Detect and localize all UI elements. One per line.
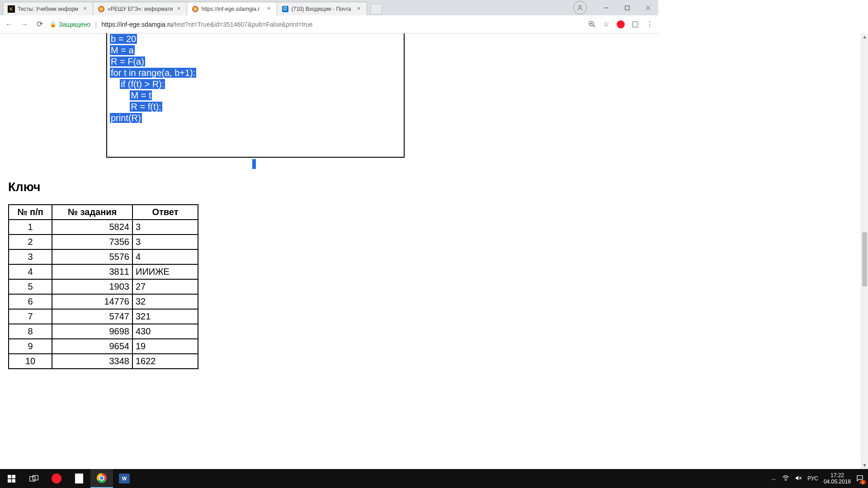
table-cell: 430 bbox=[132, 324, 198, 339]
table-row: 273563 bbox=[9, 235, 198, 249]
lock-icon: 🔒 bbox=[50, 21, 57, 28]
tab-title: «РЕШУ ЕГЭ»: информати bbox=[108, 6, 173, 12]
table-header: № п/п bbox=[9, 205, 52, 220]
favicon-k-icon: K bbox=[8, 5, 15, 13]
window-controls bbox=[573, 0, 658, 15]
browser-titlebar: K Тесты: Учебник информ × «РЕШУ ЕГЭ»: ин… bbox=[0, 0, 658, 15]
table-header: № задания bbox=[52, 205, 132, 220]
favicon-sun-icon bbox=[98, 5, 105, 13]
code-box: b = 20 M = a R = F(a) for t in range(a, … bbox=[106, 33, 405, 158]
window-maximize-button[interactable] bbox=[617, 1, 637, 14]
tab-title: (710) Входящие - Почта bbox=[292, 6, 353, 12]
close-icon[interactable]: × bbox=[82, 6, 88, 12]
nav-forward-button[interactable]: → bbox=[19, 19, 30, 30]
table-cell: 14776 bbox=[52, 294, 132, 309]
table-cell: 5747 bbox=[52, 309, 132, 324]
table-header: Ответ bbox=[132, 205, 198, 220]
answer-key-heading: Ключ bbox=[8, 180, 40, 194]
close-icon[interactable]: × bbox=[356, 6, 362, 12]
bookmark-star-icon[interactable]: ☆ bbox=[601, 19, 611, 29]
profile-avatar-icon[interactable] bbox=[573, 1, 587, 14]
zoom-icon[interactable] bbox=[587, 19, 597, 29]
table-cell: 3 bbox=[132, 235, 198, 249]
close-icon[interactable]: × bbox=[176, 6, 182, 12]
table-cell: 10 bbox=[9, 354, 52, 369]
table-row: 61477632 bbox=[9, 294, 198, 309]
window-minimize-button[interactable] bbox=[596, 1, 617, 14]
table-row: 355764 bbox=[9, 249, 198, 264]
url-input[interactable]: https://inf-ege.sdamgia.ru/test?nt=True&… bbox=[101, 21, 582, 28]
url-path: /test?nt=True&id=3514607&pub=False&print… bbox=[173, 21, 312, 28]
table-cell: 7 bbox=[9, 309, 52, 324]
secure-indicator[interactable]: 🔒 Защищено bbox=[50, 21, 90, 28]
browser-tabs: K Тесты: Учебник информ × «РЕШУ ЕГЭ»: ин… bbox=[0, 0, 382, 15]
table-cell: 321 bbox=[132, 309, 198, 324]
tab-title: Тесты: Учебник информ bbox=[18, 6, 79, 12]
table-cell: 32 bbox=[132, 294, 198, 309]
tab-1[interactable]: «РЕШУ ЕГЭ»: информати × bbox=[93, 2, 187, 15]
table-cell: 7356 bbox=[52, 235, 132, 249]
table-row: 158243 bbox=[9, 220, 198, 235]
table-cell: 4 bbox=[132, 249, 198, 264]
table-cell: 3811 bbox=[52, 264, 132, 279]
browser-menu-icon[interactable]: ⋮ bbox=[645, 19, 655, 29]
tab-title: https://inf-ege.sdamgia.r bbox=[202, 6, 263, 12]
table-cell: 8 bbox=[9, 324, 52, 339]
table-cell: 5 bbox=[9, 279, 52, 294]
tab-0[interactable]: K Тесты: Учебник информ × bbox=[3, 2, 93, 15]
table-cell: 9654 bbox=[52, 339, 132, 354]
table-cell: 5576 bbox=[52, 249, 132, 264]
table-cell: 1622 bbox=[132, 354, 198, 369]
svg-rect-9 bbox=[632, 22, 638, 27]
new-tab-button[interactable] bbox=[370, 4, 382, 14]
table-cell: 27 bbox=[132, 279, 198, 294]
table-cell: 1 bbox=[9, 220, 52, 235]
selection-caret bbox=[252, 159, 256, 169]
code-block[interactable]: b = 20 M = a R = F(a) for t in range(a, … bbox=[107, 33, 404, 124]
table-row: 1033481622 bbox=[9, 354, 198, 369]
table-cell: 3 bbox=[132, 220, 198, 235]
table-cell: 2 bbox=[9, 235, 52, 249]
secure-label: Защищено bbox=[59, 21, 90, 28]
table-cell: 6 bbox=[9, 294, 52, 309]
nav-reload-button[interactable]: ⟳ bbox=[34, 19, 45, 30]
tab-3[interactable]: (710) Входящие - Почта × bbox=[277, 2, 367, 15]
table-row: 9965419 bbox=[9, 339, 198, 354]
address-bar: ← → ⟳ 🔒 Защищено | https://inf-ege.sdamg… bbox=[0, 15, 658, 33]
table-cell: 1903 bbox=[52, 279, 132, 294]
svg-point-0 bbox=[579, 5, 581, 8]
favicon-mail-icon bbox=[282, 5, 289, 13]
answer-key-table: № п/п№ заданияОтвет 15824327356335576443… bbox=[8, 204, 198, 369]
table-cell: 19 bbox=[132, 339, 198, 354]
svg-rect-2 bbox=[625, 6, 629, 10]
table-row: 5190327 bbox=[9, 279, 198, 294]
table-cell: 5824 bbox=[52, 220, 132, 235]
window-close-button[interactable] bbox=[637, 1, 658, 14]
table-row: 75747321 bbox=[9, 309, 198, 324]
opera-extension-icon[interactable] bbox=[616, 19, 626, 29]
tab-2[interactable]: https://inf-ege.sdamgia.r × bbox=[187, 2, 277, 15]
extension-icon[interactable] bbox=[630, 19, 640, 29]
table-row: 89698430 bbox=[9, 324, 198, 339]
url-host: https://inf-ege.sdamgia.ru bbox=[101, 21, 173, 28]
table-row: 43811ИИИЖЕ bbox=[9, 264, 198, 279]
url-separator: | bbox=[95, 20, 97, 28]
page-viewport: b = 20 M = a R = F(a) for t in range(a, … bbox=[0, 33, 658, 369]
table-cell: 9 bbox=[9, 339, 52, 354]
nav-back-button[interactable]: ← bbox=[4, 19, 14, 30]
favicon-sun-icon bbox=[192, 5, 199, 13]
table-cell: 3 bbox=[9, 249, 52, 264]
table-cell: ИИИЖЕ bbox=[132, 264, 198, 279]
table-cell: 3348 bbox=[52, 354, 132, 369]
close-icon[interactable]: × bbox=[266, 6, 272, 12]
table-cell: 4 bbox=[9, 264, 52, 279]
svg-line-6 bbox=[593, 25, 594, 27]
table-cell: 9698 bbox=[52, 324, 132, 339]
